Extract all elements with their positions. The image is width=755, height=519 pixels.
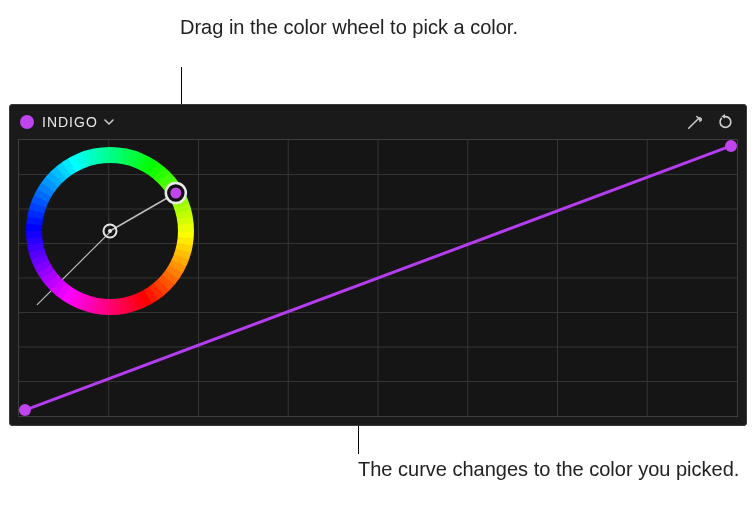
- reset-button[interactable]: [714, 111, 736, 133]
- annotation-bottom: The curve changes to the color you picke…: [358, 456, 739, 483]
- curve-anchor-start[interactable]: [19, 404, 31, 416]
- eyedropper-icon: [686, 113, 704, 131]
- chevron-down-icon: [104, 117, 114, 127]
- dropdown-label: INDIGO: [42, 114, 98, 130]
- svg-point-19: [108, 229, 112, 233]
- color-wheel[interactable]: [21, 142, 199, 320]
- color-swatch: [20, 115, 34, 129]
- panel-header: INDIGO: [10, 105, 746, 139]
- eyedropper-button[interactable]: [684, 111, 706, 133]
- annotation-top: Drag in the color wheel to pick a color.: [180, 14, 518, 41]
- reset-icon: [716, 113, 734, 131]
- curve-grid[interactable]: [18, 139, 738, 417]
- wheel-picker-handle[interactable]: [166, 183, 186, 203]
- color-curves-panel: INDIGO: [9, 104, 747, 426]
- svg-point-21: [170, 188, 181, 199]
- color-wheel-svg: [21, 142, 199, 320]
- color-channel-dropdown[interactable]: INDIGO: [42, 114, 114, 130]
- curve-anchor-end[interactable]: [725, 140, 737, 152]
